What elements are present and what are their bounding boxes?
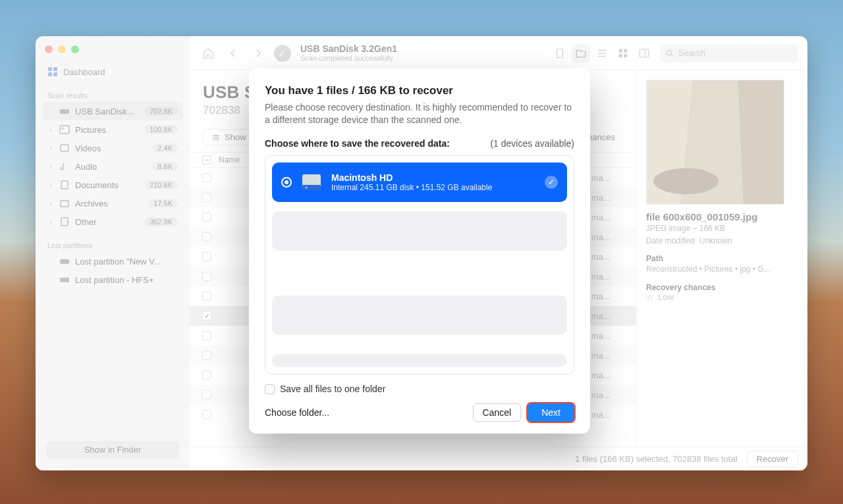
svg-rect-8 [61,181,68,189]
sidebar-item-label: Lost partition - HFS+ [75,275,178,285]
device-detail: Internal 245.11 GB disk • 151.52 GB avai… [331,183,492,192]
documents-icon [59,180,70,190]
toolbar-subtitle-text: Scan completed successfully [300,54,397,62]
file-name: file 600x600_001059.jpg [646,211,798,222]
space [47,108,54,115]
forward-button[interactable] [249,44,267,63]
svg-rect-2 [48,72,52,76]
sidebar-item-lost-partition[interactable]: Lost partition "New V... [42,252,183,270]
sidebar-item-documents[interactable]: › Documents 210.6K [42,176,183,194]
sidebar-item-badge: 2.4K [152,143,178,153]
device-option-macintosh-hd[interactable]: Macintosh HD Internal 245.11 GB disk • 1… [272,163,567,202]
status-bar: 1 files (166 KB) selected, 702838 files … [190,447,807,470]
row-checkbox[interactable] [202,252,211,261]
dialog-title: You have 1 files / 166 KB to recover [265,84,574,97]
device-option-placeholder [272,295,567,335]
next-button[interactable]: Next [528,403,574,422]
view-mode-group [551,44,653,63]
row-checkbox[interactable] [202,213,211,222]
preview-image [647,80,784,204]
recover-button[interactable]: Recover [747,451,798,467]
recovery-chances-value: ☆ Low [646,292,798,302]
sidebar-item-videos[interactable]: › Videos 2.4K [42,139,183,157]
row-checkbox[interactable] [202,331,211,340]
svg-rect-7 [61,145,68,151]
show-filter[interactable]: Show [203,129,255,145]
sidebar-item-label: USB SanDisk... [75,107,139,116]
sidebar-item-audio[interactable]: › Audio 8.6K [42,157,183,176]
row-checkbox[interactable] [202,410,211,419]
grid-view-icon[interactable] [614,44,632,63]
row-checkbox[interactable] [202,193,211,202]
close-window-button[interactable] [45,45,53,53]
svg-line-21 [671,54,673,56]
audio-icon [59,161,70,172]
dashboard-item[interactable]: Dashboard [42,63,183,81]
chevron-right-icon: › [47,145,54,152]
sidebar-item-other[interactable]: › Other 362.9K [42,213,183,231]
sidebar-item-label: Videos [75,143,147,153]
sidebar-item-pictures[interactable]: › Pictures 100.8K [42,120,183,139]
sidebar-item-archives[interactable]: › Archives 17.5K [42,194,183,213]
row-checkbox[interactable] [202,390,211,399]
folder-view-icon[interactable] [572,44,590,63]
list-view-icon[interactable] [593,44,611,63]
row-checkbox[interactable] [202,291,211,301]
sidebar-item-badge: 8.6K [152,162,178,171]
dialog-description: Please choose recovery destination. It i… [265,101,574,126]
chevron-right-icon: › [47,163,54,170]
dashboard-icon [47,66,58,77]
svg-point-20 [666,50,671,55]
devices-available-label: (1 devices available) [490,138,574,149]
hard-drive-icon [300,170,323,194]
row-checkbox[interactable]: ✓ [202,311,211,320]
row-checkbox[interactable] [202,173,211,182]
svg-rect-28 [302,185,321,190]
sidebar-item-lost-partition[interactable]: Lost partition - HFS+ [42,270,183,289]
row-checkbox[interactable] [202,370,211,380]
column-name[interactable]: Name [219,155,240,164]
back-button[interactable] [224,44,242,63]
save-all-option[interactable]: Save all files to one folder [265,384,574,394]
panel-toggle-icon[interactable] [635,44,653,63]
device-text: Macintosh HD Internal 245.11 GB disk • 1… [331,172,492,192]
toolbar-title: USB SanDisk 3.2Gen1 Scan completed succe… [300,44,397,62]
select-all-checkbox[interactable]: − [202,155,211,164]
show-in-finder-button[interactable]: Show in Finder [46,441,179,459]
row-checkbox[interactable] [202,232,211,241]
choose-folder-button[interactable]: Choose folder... [265,404,339,421]
sidebar-item-usb[interactable]: USB SanDisk... 702.8K [42,102,183,120]
toolbar: ✓ USB SanDisk 3.2Gen1 Scan completed suc… [190,36,807,70]
svg-rect-0 [48,67,52,71]
sidebar-item-badge: 362.9K [144,217,178,226]
path-value: Reconstructed • Pictures • jpg • G... [646,263,798,276]
toolbar-title-text: USB SanDisk 3.2Gen1 [300,44,397,54]
device-name: Macintosh HD [331,172,492,183]
date-modified-value: Unknown [699,236,732,245]
sliders-icon [211,133,221,142]
search-input[interactable]: Search [660,44,798,63]
minimize-window-button[interactable] [58,45,66,53]
choose-destination-label: Choose where to save the recovered data: [265,138,450,149]
sidebar-item-badge: 100.8K [144,125,178,134]
other-icon [59,216,70,227]
file-preview [646,80,784,205]
chevron-right-icon: › [47,218,54,226]
sidebar-item-badge: 210.6K [144,180,178,189]
sidebar-item-label: Archives [75,199,143,209]
file-view-icon[interactable] [551,44,569,63]
svg-rect-9 [61,201,68,207]
sidebar-item-label: Documents [75,180,139,190]
row-checkbox[interactable] [202,351,211,360]
info-panel: file 600x600_001059.jpg JPEG image – 166… [636,70,807,447]
sidebar-item-label: Other [75,217,139,227]
svg-rect-15 [624,49,628,53]
sidebar: Dashboard Scan results USB SanDisk... 70… [36,36,190,470]
zoom-window-button[interactable] [71,45,79,53]
cancel-button[interactable]: Cancel [473,403,522,422]
save-all-checkbox[interactable] [265,384,275,394]
home-button[interactable] [199,44,217,63]
row-checkbox[interactable] [202,272,211,281]
svg-point-6 [62,128,64,130]
archives-icon [59,198,70,209]
